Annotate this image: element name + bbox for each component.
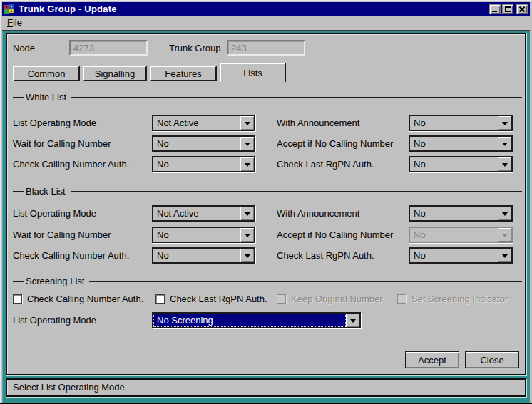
wl-wait-for-calling-number-label: Wait for Calling Number <box>13 138 111 149</box>
combo-value: No <box>153 228 240 242</box>
menu-file[interactable]: File <box>2 16 27 30</box>
checkbox-box[interactable] <box>13 294 22 304</box>
chevron-down-icon[interactable] <box>240 137 254 150</box>
window-title: Trunk Group - Update <box>19 4 117 14</box>
sl-list-operating-mode-label: List Operating Mode <box>13 315 96 326</box>
menu-bar: File <box>2 16 530 30</box>
wl-list-operating-mode-combo[interactable]: Not Active <box>152 115 255 131</box>
screening-list-group-header: Screening List <box>13 276 522 286</box>
tab-common[interactable]: Common <box>13 66 80 81</box>
wl-wait-for-calling-number-combo[interactable]: No <box>152 135 255 152</box>
bl-check-calling-number-auth-combo[interactable]: No <box>152 247 255 264</box>
maximize-button[interactable] <box>502 4 513 14</box>
bl-check-last-rgpn-auth-label: Check Last RgPN Auth. <box>277 250 374 261</box>
title-bar: Trunk Group - Update <box>2 2 530 16</box>
checkbox-check-calling-number-auth[interactable]: Check Calling Number Auth. <box>13 294 143 304</box>
wl-accept-if-no-calling-number-combo[interactable]: No <box>409 135 513 152</box>
wl-with-announcement-combo[interactable]: No <box>409 115 513 131</box>
checkbox-label: Check Last RgPN Auth. <box>170 294 267 304</box>
wl-check-calling-number-auth-label: Check Calling Number Auth. <box>13 159 129 170</box>
bl-with-announcement-label: With Announcement <box>277 208 359 219</box>
chevron-down-icon[interactable] <box>240 207 254 220</box>
combo-value: Not Active <box>153 116 240 130</box>
checkbox-keep-original-number: Keep Original Number <box>277 294 383 304</box>
white-list-title: White List <box>24 92 71 103</box>
tab-signalling[interactable]: Signalling <box>83 66 147 81</box>
bl-check-calling-number-auth-label: Check Calling Number Auth. <box>13 250 129 261</box>
combo-value: No <box>153 249 240 262</box>
combo-value: Not Active <box>153 207 240 220</box>
chevron-down-icon[interactable] <box>240 116 254 130</box>
wl-check-calling-number-auth-combo[interactable]: No <box>152 156 255 172</box>
white-list-group-header: White List <box>13 93 522 102</box>
combo-value: No <box>410 157 498 171</box>
bl-wait-for-calling-number-label: Wait for Calling Number <box>13 229 111 240</box>
chevron-down-icon[interactable] <box>498 137 511 150</box>
combo-value: No <box>153 137 240 150</box>
wl-list-operating-mode-label: List Operating Mode <box>13 118 96 128</box>
screening-list-title: Screening List <box>24 276 89 286</box>
minimize-button[interactable] <box>489 4 501 14</box>
wl-accept-if-no-calling-number-label: Accept if No Calling Number <box>277 138 393 149</box>
checkbox-check-last-rgpn-auth[interactable]: Check Last RgPN Auth. <box>155 294 267 304</box>
chevron-down-icon[interactable] <box>240 228 254 242</box>
status-message: Select List Operating Mode <box>7 380 525 395</box>
combo-value-selected: No Screening <box>153 314 346 327</box>
combo-value: No <box>153 157 240 171</box>
maximize-icon <box>505 6 511 12</box>
chevron-down-icon <box>498 228 511 242</box>
chevron-down-icon[interactable] <box>498 249 511 262</box>
wl-check-last-rgpn-auth-combo[interactable]: No <box>409 156 513 172</box>
black-list-title: Black List <box>24 186 71 197</box>
status-bar: Select List Operating Mode <box>6 378 526 397</box>
minimize-icon <box>492 11 497 12</box>
app-window: Trunk Group - Update File Node Trunk Gro… <box>0 0 532 404</box>
bl-wait-for-calling-number-combo[interactable]: No <box>152 227 255 243</box>
bl-accept-if-no-calling-number-combo: No <box>409 227 513 243</box>
trunk-group-field <box>227 40 305 56</box>
tab-lists[interactable]: Lists <box>220 63 286 82</box>
bl-with-announcement-combo[interactable]: No <box>409 205 513 222</box>
close-button[interactable]: Close <box>465 351 519 368</box>
chevron-down-icon[interactable] <box>240 157 254 171</box>
checkbox-set-screening-indicator: Set Screening Indicator <box>397 294 508 304</box>
checkbox-label: Keep Original Number <box>291 294 383 304</box>
chevron-down-icon[interactable] <box>346 314 359 327</box>
bl-list-operating-mode-combo[interactable]: Not Active <box>152 205 255 222</box>
checkbox-box <box>397 294 406 304</box>
trunk-group-label: Trunk Group <box>169 43 221 53</box>
chevron-down-icon[interactable] <box>498 116 511 130</box>
black-list-group-header: Black List <box>13 187 522 196</box>
wl-with-announcement-label: With Announcement <box>277 118 359 128</box>
bl-accept-if-no-calling-number-label: Accept if No Calling Number <box>277 229 393 240</box>
chevron-down-icon[interactable] <box>498 157 511 171</box>
tab-features[interactable]: Features <box>150 66 217 81</box>
combo-value: No <box>410 249 498 262</box>
checkbox-label: Check Calling Number Auth. <box>27 294 143 304</box>
bl-check-last-rgpn-auth-combo[interactable]: No <box>409 247 513 264</box>
combo-value: No <box>410 137 498 150</box>
main-panel: Node Trunk Group Common Signalling Featu… <box>6 33 526 375</box>
wl-check-last-rgpn-auth-label: Check Last RgPN Auth. <box>277 159 374 170</box>
close-window-button[interactable] <box>516 4 528 14</box>
node-field <box>69 40 148 56</box>
combo-value: No <box>410 116 498 130</box>
accept-button[interactable]: Accept <box>405 351 459 368</box>
chevron-down-icon[interactable] <box>498 207 511 220</box>
app-icon <box>4 4 15 14</box>
sl-list-operating-mode-combo[interactable]: No Screening <box>152 312 361 328</box>
bl-list-operating-mode-label: List Operating Mode <box>13 208 96 219</box>
combo-value: No <box>410 228 498 242</box>
combo-value: No <box>410 207 498 220</box>
checkbox-box[interactable] <box>155 294 165 304</box>
chevron-down-icon[interactable] <box>240 249 254 262</box>
checkbox-box <box>277 294 286 304</box>
node-label: Node <box>13 43 35 53</box>
checkbox-label: Set Screening Indicator <box>411 294 508 304</box>
